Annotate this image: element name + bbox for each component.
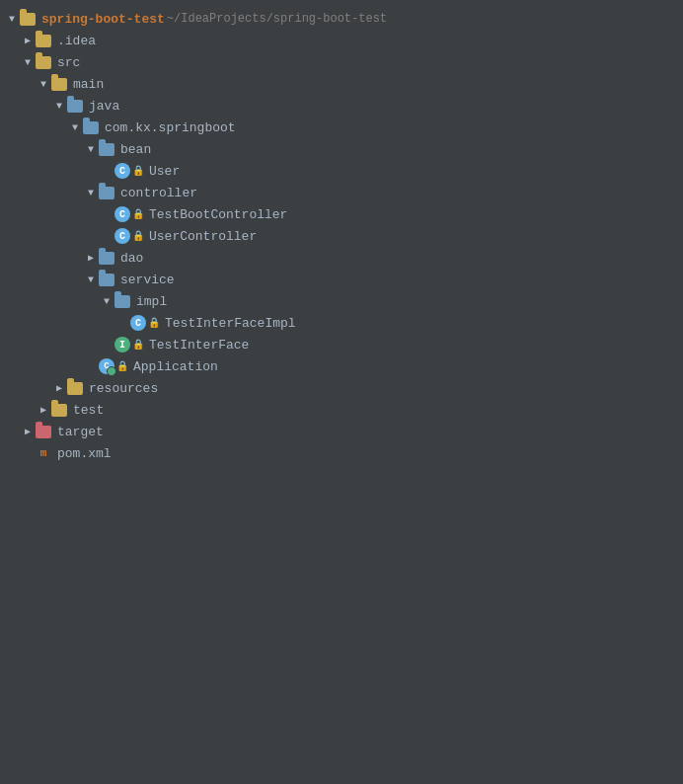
tree-arrow-TestInterFaceImpl[interactable] xyxy=(114,315,130,331)
tree-arrow-java[interactable]: ▼ xyxy=(51,98,67,114)
tree-label-TestBootController: TestBootController xyxy=(149,207,287,222)
tree-arrow-src[interactable]: ▼ xyxy=(20,54,36,70)
tree-item-dao[interactable]: ▶dao xyxy=(0,247,683,269)
tree-item-src[interactable]: ▼src xyxy=(0,51,683,73)
tree-label-TestInterFace: TestInterFace xyxy=(149,338,249,353)
lock-icon-TestBootController: 🔒 xyxy=(132,208,144,220)
folder-icon-target xyxy=(36,426,51,438)
tree-label-resources: resources xyxy=(89,381,158,396)
tree-item-resources[interactable]: ▶resources xyxy=(0,377,683,399)
tree-item-Application[interactable]: C🔒Application xyxy=(0,355,683,377)
lock-icon-TestInterFace: 🔒 xyxy=(132,339,144,351)
tree-label-Application: Application xyxy=(133,359,218,374)
tree-arrow-test[interactable]: ▶ xyxy=(36,402,51,418)
folder-icon-java xyxy=(67,100,83,113)
tree-arrow-idea[interactable]: ▶ xyxy=(20,33,36,48)
tree-arrow-TestInterFace[interactable] xyxy=(99,337,114,353)
tree-arrow-root[interactable]: ▼ xyxy=(4,11,20,27)
tree-arrow-dao[interactable]: ▶ xyxy=(83,250,99,266)
tree-item-User[interactable]: C🔒User xyxy=(0,160,683,182)
tree-item-main[interactable]: ▼main xyxy=(0,73,683,95)
tree-arrow-impl[interactable]: ▼ xyxy=(99,293,114,309)
tree-item-service[interactable]: ▼service xyxy=(0,269,683,290)
class-badge-User: C xyxy=(114,163,130,179)
tree-arrow-controller[interactable]: ▼ xyxy=(83,185,99,200)
tree-label-controller: controller xyxy=(120,186,197,200)
folder-icon-test xyxy=(51,404,67,417)
folder-icon-bean xyxy=(99,143,114,156)
tree-item-TestBootController[interactable]: C🔒TestBootController xyxy=(0,203,683,225)
tree-arrow-resources[interactable]: ▶ xyxy=(51,380,67,396)
folder-icon-impl xyxy=(114,295,130,308)
tree-item-controller[interactable]: ▼controller xyxy=(0,182,683,203)
tree-arrow-UserController[interactable] xyxy=(99,228,114,244)
tree-label-bean: bean xyxy=(120,142,151,157)
lock-icon-Application: 🔒 xyxy=(116,360,128,372)
tree-label-TestInterFaceImpl: TestInterFaceImpl xyxy=(165,316,296,331)
tree-arrow-pom[interactable] xyxy=(20,445,36,461)
lock-icon-TestInterFaceImpl: 🔒 xyxy=(148,317,160,329)
lock-icon-UserController: 🔒 xyxy=(132,230,144,242)
tree-item-bean[interactable]: ▼bean xyxy=(0,138,683,160)
tree-item-idea[interactable]: ▶.idea xyxy=(0,30,683,51)
tree-item-TestInterFaceImpl[interactable]: C🔒TestInterFaceImpl xyxy=(0,312,683,334)
class-badge-TestBootController: C xyxy=(114,206,130,222)
tree-path-root: ~/IdeaProjects/spring-boot-test xyxy=(167,12,387,26)
tree-label-UserController: UserController xyxy=(149,229,257,244)
class-badge-UserController: C xyxy=(114,228,130,244)
tree-item-java[interactable]: ▼java xyxy=(0,95,683,117)
class-badge-TestInterFaceImpl: C xyxy=(130,315,146,331)
tree-label-idea: .idea xyxy=(57,34,96,48)
tree-label-target: target xyxy=(57,425,104,439)
folder-icon-src xyxy=(36,56,51,69)
lock-icon-User: 🔒 xyxy=(132,165,144,177)
tree-arrow-User[interactable] xyxy=(99,163,114,179)
folder-icon-com-kx xyxy=(83,121,99,134)
tree-item-impl[interactable]: ▼impl xyxy=(0,290,683,312)
folder-icon-service xyxy=(99,274,114,286)
tree-label-com-kx: com.kx.springboot xyxy=(105,120,236,135)
folder-icon-controller xyxy=(99,187,114,199)
file-tree: ▼spring-boot-test ~/IdeaProjects/spring-… xyxy=(0,0,683,472)
tree-label-root: spring-boot-test xyxy=(41,12,165,27)
tree-item-pom[interactable]: mpom.xml xyxy=(0,442,683,464)
app-badge-Application: C xyxy=(99,358,114,374)
pom-icon-pom: m xyxy=(36,445,51,461)
tree-arrow-service[interactable]: ▼ xyxy=(83,272,99,287)
tree-label-pom: pom.xml xyxy=(57,446,112,461)
tree-item-TestInterFace[interactable]: I🔒TestInterFace xyxy=(0,334,683,355)
tree-item-UserController[interactable]: C🔒UserController xyxy=(0,225,683,247)
tree-label-service: service xyxy=(120,273,175,287)
tree-label-dao: dao xyxy=(120,251,143,266)
folder-icon-resources xyxy=(67,382,83,395)
tree-label-test: test xyxy=(73,403,104,418)
tree-label-java: java xyxy=(89,99,119,114)
tree-label-User: User xyxy=(149,164,180,179)
folder-icon-root xyxy=(20,13,36,26)
tree-item-test[interactable]: ▶test xyxy=(0,399,683,421)
tree-label-impl: impl xyxy=(136,294,167,309)
tree-item-root[interactable]: ▼spring-boot-test ~/IdeaProjects/spring-… xyxy=(0,8,683,30)
folder-icon-dao xyxy=(99,252,114,265)
tree-arrow-TestBootController[interactable] xyxy=(99,206,114,222)
tree-label-main: main xyxy=(73,77,104,92)
tree-arrow-main[interactable]: ▼ xyxy=(36,76,51,92)
tree-arrow-target[interactable]: ▶ xyxy=(20,424,36,439)
tree-arrow-bean[interactable]: ▼ xyxy=(83,141,99,157)
folder-icon-idea xyxy=(36,35,51,47)
tree-arrow-Application[interactable] xyxy=(83,358,99,374)
tree-item-target[interactable]: ▶target xyxy=(0,421,683,442)
interface-badge-TestInterFace: I xyxy=(114,337,130,353)
folder-icon-main xyxy=(51,78,67,91)
tree-item-com-kx[interactable]: ▼com.kx.springboot xyxy=(0,117,683,138)
tree-arrow-com-kx[interactable]: ▼ xyxy=(67,119,83,135)
tree-label-src: src xyxy=(57,55,80,70)
